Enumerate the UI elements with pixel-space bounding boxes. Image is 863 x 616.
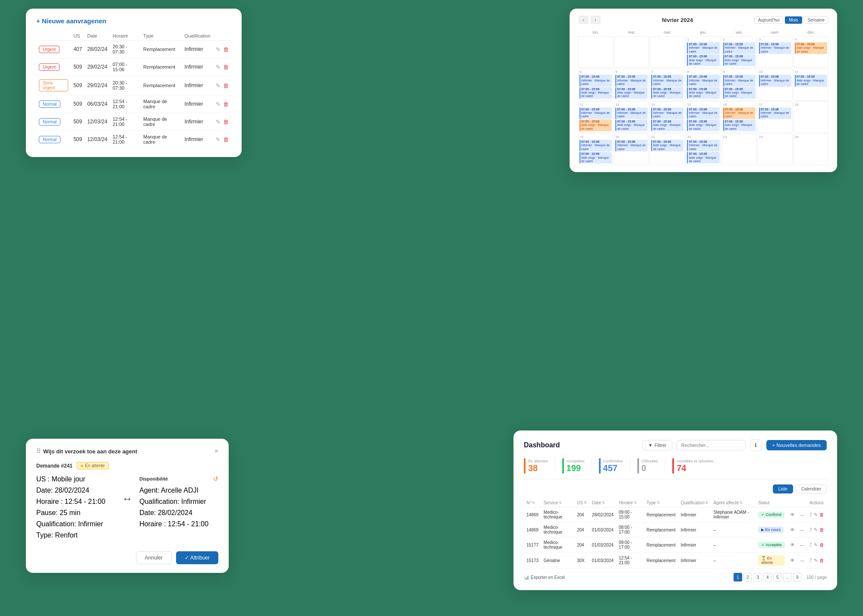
export-button[interactable]: 📊 Exporter en Excel <box>524 575 565 580</box>
statut-cell: ▶ En cours <box>756 522 787 537</box>
calendar-day-cell[interactable]: 2207:00 - 15:06Infirmier · Manque de cad… <box>686 134 721 165</box>
calendar-day-cell[interactable]: 1507:00 - 15:06Infirmier · Manque de cad… <box>686 101 721 133</box>
cancel-button[interactable]: Annuler <box>136 551 172 564</box>
edit-icon[interactable]: ✎ <box>216 136 220 143</box>
search-input[interactable] <box>677 440 746 450</box>
action-edit-icon[interactable]: ✎ <box>814 542 818 548</box>
page-btn-3[interactable]: 3 <box>753 573 762 581</box>
page-btn-...[interactable]: ... <box>783 573 792 581</box>
view-icon[interactable]: 👁 <box>790 542 795 547</box>
assign-close-btn[interactable]: × <box>214 447 218 455</box>
stat-block: En attentes 38 <box>524 458 555 474</box>
delete-icon[interactable]: 🗑 <box>223 136 229 143</box>
calendar-day-cell[interactable]: 1107:00 - 15:06Aide soign · Manque de ca… <box>794 69 828 100</box>
calendar-day-cell[interactable]: 907:00 - 15:06Infirmier · Manque de cadr… <box>722 69 757 100</box>
calendar-day-cell[interactable]: 207:00 - 15:06Infirmier · Manque de cadr… <box>722 36 757 68</box>
filter-button[interactable]: ▼ Filtrer <box>643 440 672 450</box>
calendar-day-cell[interactable]: 607:00 - 15:06Infirmier · Manque de cadr… <box>614 69 649 100</box>
calendar-day-cell[interactable] <box>614 36 649 68</box>
calendar-day-cell[interactable]: 1007:00 - 15:06Infirmier · Manque de cad… <box>758 69 793 100</box>
per-page-select[interactable]: 100 / page <box>806 575 827 580</box>
calendar-day-cell[interactable]: 1407:00 - 15:06Infirmier · Manque de cad… <box>650 101 685 133</box>
calendar-day-cell[interactable]: 18 <box>794 101 828 133</box>
view-icon[interactable]: 👁 <box>790 512 795 517</box>
calendar-day-cell[interactable]: 1707:00 - 15:06Infirmier · Manque de cad… <box>758 101 793 133</box>
calendar-day-cell[interactable]: 407:00 - 15:06Aide soign · Manque de cad… <box>794 36 828 68</box>
refresh-icon[interactable]: ↺ <box>213 475 218 482</box>
calendar-day-cell[interactable]: 107:00 - 15:06Infirmier · Manque de cadr… <box>686 36 721 68</box>
us-cell: 204 <box>574 522 589 537</box>
action-assign-icon[interactable]: ⤴ <box>809 558 812 563</box>
calendar-day-cell[interactable]: 307:00 - 15:06Infirmier · Manque de cadr… <box>758 36 793 68</box>
action-icons: ✎ 🗑 <box>216 64 229 70</box>
cal-view-week[interactable]: Semaine <box>804 16 828 24</box>
action-assign-icon[interactable]: ⤴ <box>809 512 812 517</box>
view-icon[interactable]: 👁 <box>790 527 795 532</box>
qualification-cell: Infirmier <box>182 41 213 58</box>
col-us: US <box>71 31 85 41</box>
edit-icon[interactable]: ✎ <box>216 119 220 125</box>
edit-icon[interactable]: ✎ <box>216 64 220 70</box>
delete-icon[interactable]: 🗑 <box>223 101 229 107</box>
edit-icon[interactable]: ✎ <box>216 82 220 89</box>
edit-icon[interactable]: ✎ <box>216 101 220 107</box>
th-type: Type ⇅ <box>644 499 678 507</box>
delete-icon[interactable]: 🗑 <box>223 64 229 70</box>
date-cell: 29/02/24 <box>85 58 110 76</box>
calendar-day-cell[interactable] <box>578 36 613 68</box>
page-btn-5[interactable]: 5 <box>773 573 782 581</box>
page-btn-9[interactable]: 9 <box>793 573 802 581</box>
action-edit-icon[interactable]: ✎ <box>814 527 818 533</box>
calendar-day-cell[interactable]: 807:00 - 15:06Infirmier · Manque de cadr… <box>686 69 721 100</box>
delete-icon[interactable]: 🗑 <box>223 82 229 89</box>
calendar-day-cell[interactable]: 1307:00 - 15:06Infirmier · Manque de cad… <box>614 101 649 133</box>
delete-icon[interactable]: 🗑 <box>223 119 229 125</box>
delete-icon[interactable]: 🗑 <box>223 46 229 53</box>
calendar-event: 07:00 - 15:06Infirmier · Manque de cadre <box>580 75 612 86</box>
action-delete-icon[interactable]: 🗑 <box>819 558 824 563</box>
calendar-day-cell[interactable]: 2007:00 - 15:06Infirmier · Manque de cad… <box>614 134 649 165</box>
calendar-day-cell[interactable]: 23 <box>722 134 757 165</box>
status-badge: ✓ Acceptée <box>758 542 785 548</box>
info-button[interactable]: ℹ <box>750 439 762 451</box>
calendar-day-cell[interactable]: 1907:00 - 15:06Infirmier · Manque de cad… <box>578 134 613 165</box>
calendar-prev-btn[interactable]: ‹ <box>578 16 589 24</box>
calendar-event: 07:00 - 15:06Aide soign · Manque de cadr… <box>651 140 683 151</box>
cal-view-today[interactable]: Aujourd'hui <box>754 16 784 24</box>
edit-icon[interactable]: ✎ <box>216 46 220 53</box>
view-list-btn[interactable]: Liste <box>773 484 793 493</box>
calendar-day-cell[interactable]: 1607:00 - 15:06Infirmier · Manque de cad… <box>722 101 757 133</box>
day-number: 4 <box>795 38 827 41</box>
calendar-day-cell[interactable]: 707:00 - 15:06Infirmier · Manque de cadr… <box>650 69 685 100</box>
extra1-cell: 👁 <box>787 537 797 553</box>
table-row: 14869 Medico-technique 204 01/03/2024 08… <box>524 522 827 537</box>
type-cell: Remplacement <box>644 537 678 553</box>
action-edit-icon[interactable]: ✎ <box>814 512 818 518</box>
calendar-day-cell[interactable]: 24 <box>758 134 793 165</box>
page-btn-2[interactable]: 2 <box>743 573 752 581</box>
view-calendar-btn[interactable]: Calendrier <box>796 484 827 493</box>
assign-button[interactable]: ✓ Attribuer <box>176 551 218 564</box>
calendar-next-btn[interactable]: › <box>590 16 601 24</box>
extra2-cell: — <box>797 522 807 537</box>
action-assign-icon[interactable]: ⤴ <box>809 527 812 532</box>
cal-view-month[interactable]: Mois <box>785 16 802 24</box>
action-delete-icon[interactable]: 🗑 <box>819 542 824 547</box>
stats-section: En attentes 38 Acceptées 199 Confirmées … <box>524 458 827 479</box>
action-delete-icon[interactable]: 🗑 <box>819 512 824 517</box>
stat-value: 457 <box>603 463 623 473</box>
calendar-day-cell[interactable]: 507:00 - 15:06Infirmier · Manque de cadr… <box>578 69 613 100</box>
view-icon[interactable]: 👁 <box>790 558 795 563</box>
calendar-day-cell[interactable]: 1207:00 - 15:06Infirmier · Manque de cad… <box>578 101 613 133</box>
calendar-day-cell[interactable] <box>650 36 685 68</box>
calendar-day-cell[interactable]: 2107:00 - 15:06Aide soign · Manque de ca… <box>650 134 685 165</box>
right-horaire-row: Horaire : 12:54 - 21:00 <box>139 520 218 528</box>
calendar-event: 07:00 - 15:06Aide soign · Manque de cadr… <box>723 87 756 99</box>
action-assign-icon[interactable]: ⤴ <box>809 542 812 547</box>
new-demand-button[interactable]: + Nouvelles demandes <box>766 440 827 450</box>
calendar-day-cell[interactable]: 25 <box>794 134 828 165</box>
action-delete-icon[interactable]: 🗑 <box>819 527 824 532</box>
page-btn-1[interactable]: 1 <box>734 573 742 581</box>
page-btn-4[interactable]: 4 <box>763 573 772 581</box>
action-edit-icon[interactable]: ✎ <box>814 558 818 563</box>
